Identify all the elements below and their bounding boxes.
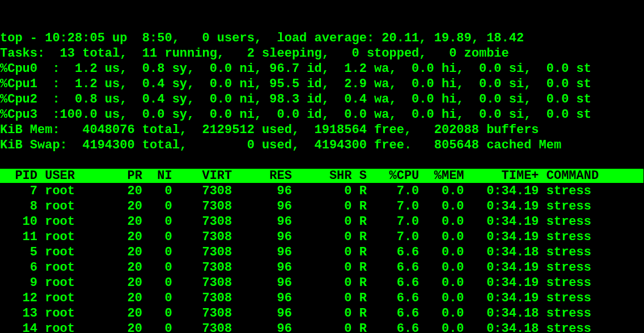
mem-line: KiB Mem: 4048076 total, 2129512 used, 19… — [0, 123, 539, 137]
process-table-body: 7 root 20 0 7308 96 0 R 7.0 0.0 0:34.19 … — [0, 183, 644, 333]
swap-line: KiB Swap: 4194300 total, 0 used, 4194300… — [0, 138, 561, 152]
cpu3-line: %Cpu3 :100.0 us, 0.0 sy, 0.0 ni, 0.0 id,… — [0, 108, 591, 122]
cpu0-line: %Cpu0 : 1.2 us, 0.8 sy, 0.0 ni, 96.7 id,… — [0, 62, 591, 76]
blank-line — [0, 153, 7, 168]
terminal-viewport[interactable]: { "summary":{ "line1":"top - 10:28:05 up… — [0, 0, 644, 333]
tasks-line: Tasks: 13 total, 11 running, 2 sleeping,… — [0, 46, 509, 61]
process-table-header: PID USER PR NI VIRT RES SHR S %CPU %MEM … — [0, 169, 643, 183]
cpu2-line: %Cpu2 : 0.8 us, 0.4 sy, 0.0 ni, 98.3 id,… — [0, 92, 591, 106]
summary-line: top - 10:28:05 up 8:50, 0 users, load av… — [0, 31, 524, 45]
cpu1-line: %Cpu1 : 1.2 us, 0.4 sy, 0.0 ni, 95.5 id,… — [0, 77, 591, 91]
